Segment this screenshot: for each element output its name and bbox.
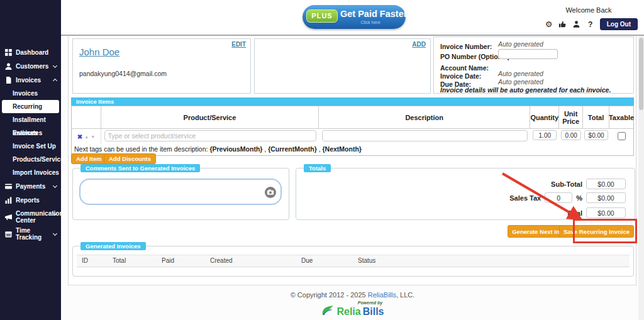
topbar: PLUS Get Paid Faster! Click here Welcome…: [61, 0, 644, 35]
edit-customer-link[interactable]: EDIT: [231, 41, 246, 48]
sidebar-item-payments[interactable]: Payments: [0, 179, 61, 193]
sidebar-item-customers[interactable]: Customers: [0, 59, 61, 73]
powered-by-text: Powered by: [61, 301, 644, 305]
chevron-up-icon: [53, 79, 57, 83]
move-down-icon[interactable]: ▼: [91, 135, 95, 139]
invoice-details-box: Invoice Number: Auto generated PO Number…: [433, 36, 634, 94]
generated-invoices-fieldset: Generated Invoices ID Total Paid Created…: [72, 246, 634, 277]
taxable-checkbox[interactable]: [618, 132, 626, 140]
sidebar-item-products-services[interactable]: Products/Services: [0, 153, 61, 166]
sidebar-item-reports[interactable]: Reports: [0, 193, 61, 207]
column-taxable: Taxable: [609, 106, 633, 128]
delete-row-icon[interactable]: ✖: [77, 133, 82, 140]
sales-tax-rate-input[interactable]: [545, 192, 572, 203]
annotation-highlight-rect: [573, 219, 637, 243]
reports-icon: [5, 196, 13, 204]
sidebar-item-installment-invoices[interactable]: Installment Invoices: [0, 113, 61, 126]
dashboard-icon: [5, 48, 13, 56]
subtotal-label: Sub-Total: [551, 180, 582, 188]
sidebar-item-label: Customers: [16, 63, 48, 70]
thumbs-up-icon[interactable]: [558, 20, 567, 29]
banner-click-here[interactable]: Click here: [340, 20, 401, 25]
sidebar-item-estimates[interactable]: Estimates: [0, 126, 61, 140]
chevron-down-icon: [53, 63, 57, 68]
chevron-down-icon: [53, 184, 57, 188]
add-item-button[interactable]: Add Item: [71, 153, 107, 164]
settings-gear-icon[interactable]: ⚙: [545, 20, 553, 29]
unit-price-input[interactable]: [561, 130, 581, 140]
get-paid-faster-banner[interactable]: PLUS Get Paid Faster! Click here: [303, 5, 406, 29]
quantity-input[interactable]: [533, 130, 557, 140]
gi-column-paid: Paid: [162, 257, 174, 264]
sidebar-item-dashboard[interactable]: Dashboard: [0, 45, 61, 59]
totals-fieldset: Totals Sub-Total Sales Tax % Total: [296, 168, 635, 220]
tags-note: Next tags can be used in the item descri…: [72, 144, 633, 155]
sidebar: Dashboard Customers Invoices Invoices Re…: [0, 0, 61, 320]
chevron-down-icon: [53, 231, 57, 236]
sidebar-item-invoice-set-up[interactable]: Invoice Set Up: [0, 140, 61, 153]
customer-name-link[interactable]: John Doe: [79, 47, 119, 57]
reliabills-logo: ReliaBills: [61, 305, 644, 319]
invoices-submenu: Invoices Recurring Invoices Installment …: [0, 87, 61, 179]
camera-icon[interactable]: [265, 187, 276, 198]
sidebar-item-label: Dashboard: [16, 49, 48, 56]
reliabills-logo-icon: [321, 305, 335, 319]
invoice-items-header-bar: Invoice Items: [71, 97, 634, 106]
sidebar-item-communication-center[interactable]: Communication Center: [0, 207, 61, 227]
sidebar-item-label: Reports: [16, 197, 40, 204]
customer-email: pandakyung0414@gmail.com: [79, 70, 167, 77]
add-link[interactable]: ADD: [412, 41, 426, 48]
generated-invoices-table-header: ID Total Paid Created Due Status: [77, 255, 630, 267]
sidebar-item-time-tracking[interactable]: Time Tracking: [0, 227, 61, 241]
row-handle-column: [72, 106, 101, 128]
sidebar-item-invoices-list[interactable]: Invoices: [0, 87, 61, 100]
comments-fieldset: Comments Sent to Generated Invoices: [72, 168, 289, 220]
log-out-button[interactable]: Log Out: [600, 18, 638, 30]
subtotal-input[interactable]: [586, 179, 626, 189]
invoice-date-value: Auto generated: [498, 70, 543, 77]
reliabills-app: Dashboard Customers Invoices Invoices Re…: [0, 0, 644, 320]
generated-invoices-legend: Generated Invoices: [80, 242, 146, 250]
move-up-icon[interactable]: ▲: [84, 135, 89, 139]
grand-total-input[interactable]: [586, 207, 626, 218]
comments-input[interactable]: [86, 182, 262, 201]
logo-bills-text: Bills: [363, 306, 384, 317]
description-input[interactable]: [322, 130, 528, 141]
column-product-service: Product/Service: [101, 106, 319, 128]
sidebar-item-invoices[interactable]: Invoices: [0, 73, 61, 87]
gi-column-status: Status: [358, 257, 375, 264]
sidebar-item-label: Communication Center: [16, 210, 55, 224]
sales-tax-amount-input[interactable]: [586, 192, 626, 203]
total-input[interactable]: [584, 130, 608, 140]
sidebar-item-import-invoices[interactable]: Import Invoices: [0, 166, 61, 179]
calendar-icon: [5, 230, 13, 238]
invoice-items-title: Invoice Items: [71, 97, 634, 106]
column-unit-price: Unit Price: [559, 106, 583, 128]
comments-legend: Comments Sent to Generated Invoices: [80, 164, 200, 172]
sidebar-item-recurring-invoices[interactable]: Recurring Invoices: [2, 100, 59, 113]
invoices-icon: [5, 76, 13, 84]
vertical-scrollbar-thumb[interactable]: [639, 38, 643, 110]
invoice-items-table: Product/Service Description Quantity Uni…: [71, 106, 634, 156]
column-description: Description: [319, 106, 530, 128]
invoice-number-label: Invoice Number:: [440, 43, 492, 50]
po-number-input[interactable]: [498, 49, 558, 59]
due-date-value: Auto generated: [498, 78, 543, 86]
customers-icon: [5, 62, 13, 70]
welcome-text: Welcome Back: [538, 6, 639, 14]
help-icon[interactable]: ?: [586, 20, 595, 29]
gi-column-created: Created: [210, 257, 233, 264]
product-service-input[interactable]: [104, 130, 316, 141]
comments-input-wrap: [79, 179, 282, 205]
megaphone-icon: [5, 213, 13, 221]
add-discounts-button[interactable]: Add Discounts: [104, 153, 156, 164]
gi-column-id: ID: [82, 257, 88, 264]
logo-relia-text: Relia: [336, 306, 360, 317]
additional-recipients-box: ADD: [254, 38, 431, 94]
sidebar-item-label: Payments: [16, 183, 45, 190]
invoice-number-value: Auto generated: [498, 40, 543, 48]
payments-icon: [5, 182, 13, 190]
user-icon[interactable]: [572, 20, 581, 29]
column-quantity: Quantity: [530, 106, 559, 128]
reliabills-footer-link[interactable]: ReliaBills: [368, 291, 396, 299]
